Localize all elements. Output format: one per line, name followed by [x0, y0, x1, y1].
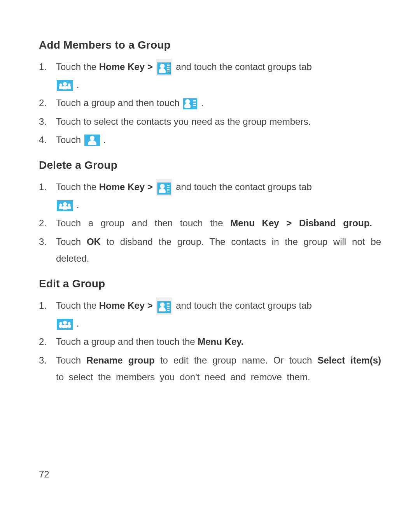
- list-item: 2. Touch a group and then touch the Menu…: [39, 333, 381, 350]
- step-text: .: [77, 79, 79, 90]
- step-number: 4.: [39, 131, 47, 148]
- step-text: .: [103, 135, 106, 145]
- step-number: 1.: [39, 297, 47, 314]
- heading-delete-group: Delete a Group: [39, 159, 381, 171]
- step-text: and touch the contact groups tab: [176, 300, 312, 311]
- step-number: 3.: [39, 352, 47, 369]
- manual-page: Add Members to a Group 1. Touch the Home…: [0, 0, 420, 507]
- step-text: .: [201, 98, 204, 108]
- groups-tab-icon: [57, 200, 73, 211]
- contacts-app-icon: [156, 179, 172, 196]
- step-text: Touch to select the contacts you need as…: [56, 116, 311, 127]
- svg-point-4: [68, 84, 71, 86]
- svg-point-2: [60, 84, 62, 86]
- page-number: 72: [39, 469, 49, 480]
- svg-rect-11: [68, 206, 71, 209]
- list-item: 1. Touch the Home Key > and touch the co…: [39, 178, 381, 213]
- step-number: 3.: [39, 233, 47, 250]
- steps-add-members: 1. Touch the Home Key > and touch the co…: [39, 58, 381, 148]
- step-text: Touch: [56, 236, 87, 247]
- groups-tab-icon: [57, 80, 73, 91]
- list-item: 3. Touch to select the contacts you need…: [39, 113, 381, 130]
- home-key-text: Home Key >: [99, 61, 156, 72]
- step-text: Touch a group and then touch: [56, 98, 182, 108]
- svg-point-12: [63, 321, 67, 325]
- svg-point-6: [63, 202, 67, 206]
- svg-point-8: [60, 204, 62, 206]
- svg-point-10: [68, 204, 71, 206]
- list-item: 2. Touch a group and then touch .: [39, 94, 381, 111]
- step-text: .: [77, 199, 79, 210]
- svg-rect-5: [68, 86, 71, 89]
- svg-point-14: [60, 322, 62, 325]
- step-text: Touch the: [56, 300, 99, 311]
- list-item: 3. Touch Rename group to edit the group …: [39, 352, 381, 385]
- step-number: 3.: [39, 113, 47, 130]
- step-text: Touch the: [56, 61, 99, 72]
- list-item: 1. Touch the Home Key > and touch the co…: [39, 297, 381, 332]
- svg-point-0: [63, 82, 67, 86]
- step-text: to disband the group. The contacts in th…: [56, 236, 381, 264]
- steps-delete-group: 1. Touch the Home Key > and touch the co…: [39, 178, 381, 267]
- svg-rect-9: [59, 206, 62, 209]
- contacts-app-icon: [156, 59, 172, 76]
- step-number: 2.: [39, 215, 47, 231]
- groups-tab-icon: [57, 319, 73, 330]
- step-number: 2.: [39, 94, 47, 111]
- step-text: Touch: [56, 135, 84, 145]
- heading-add-members: Add Members to a Group: [39, 39, 381, 51]
- add-contact-icon: [183, 98, 198, 110]
- svg-rect-13: [62, 325, 68, 328]
- list-item: 4. Touch .: [39, 131, 381, 148]
- step-number: 2.: [39, 333, 47, 350]
- step-text: Touch: [56, 355, 86, 365]
- menu-key-text: Menu Key.: [198, 336, 243, 347]
- svg-rect-7: [62, 206, 68, 210]
- ok-text: OK: [87, 236, 101, 247]
- select-items-text: Select item(s): [317, 355, 381, 365]
- home-key-text: Home Key >: [99, 300, 156, 311]
- rename-group-text: Rename group: [86, 355, 155, 365]
- step-number: 1.: [39, 178, 47, 195]
- menu-key-disband-text: Menu Key > Disband group.: [230, 218, 372, 228]
- home-key-text: Home Key >: [99, 182, 156, 192]
- list-item: 1. Touch the Home Key > and touch the co…: [39, 58, 381, 93]
- step-text: Touch a group and then touch the: [56, 336, 198, 347]
- list-item: 3. Touch OK to disband the group. The co…: [39, 233, 381, 267]
- step-number: 1.: [39, 58, 47, 75]
- svg-point-16: [68, 322, 71, 325]
- svg-rect-17: [68, 325, 71, 328]
- step-text: .: [77, 318, 79, 329]
- contacts-app-icon: [156, 297, 172, 315]
- svg-rect-15: [59, 325, 62, 328]
- step-text: and touch the contact groups tab: [176, 182, 312, 192]
- step-text: Touch the: [56, 182, 99, 192]
- svg-rect-3: [59, 86, 62, 89]
- svg-rect-1: [62, 86, 68, 89]
- step-text: to select the members you don't need and…: [56, 372, 310, 382]
- heading-edit-group: Edit a Group: [39, 278, 381, 290]
- step-text: and touch the contact groups tab: [176, 61, 312, 72]
- step-text: Touch a group and then touch the: [56, 218, 230, 228]
- contact-single-icon: [84, 135, 100, 146]
- step-text: to edit the group name. Or touch: [160, 355, 318, 365]
- list-item: 2. Touch a group and then touch the Menu…: [39, 215, 381, 231]
- steps-edit-group: 1. Touch the Home Key > and touch the co…: [39, 297, 381, 385]
